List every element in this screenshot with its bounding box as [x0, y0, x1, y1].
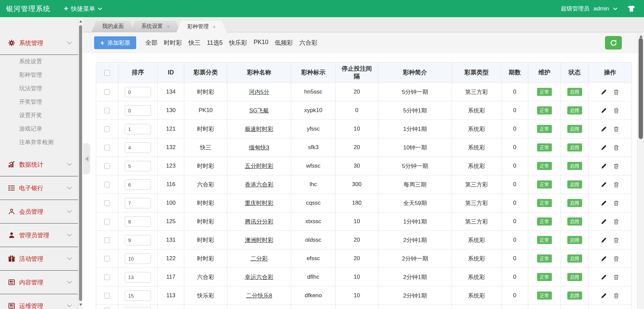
status-badge[interactable]: 启用	[567, 236, 582, 244]
delete-button[interactable]	[613, 163, 619, 169]
sidebar-collapse-handle[interactable]	[83, 143, 90, 174]
lottery-name-link[interactable]: 二分快乐8	[246, 293, 272, 299]
edit-button[interactable]	[601, 89, 607, 95]
maintain-badge[interactable]: 正常	[537, 254, 552, 263]
status-badge[interactable]: 启用	[567, 125, 582, 133]
sidebar-group-admin-manage[interactable]: 管理员管理	[0, 224, 78, 247]
maintain-badge[interactable]: 正常	[537, 88, 552, 96]
edit-button[interactable]	[601, 200, 607, 206]
tab-my-desktop[interactable]: 我的桌面	[91, 21, 135, 32]
sort-input[interactable]	[125, 105, 151, 116]
select-all-checkbox[interactable]	[104, 70, 110, 76]
status-badge[interactable]: 启用	[567, 88, 582, 96]
filter-k3[interactable]: 快三	[188, 39, 200, 47]
sidebar-item-lottery-type-manage[interactable]: 彩种管理	[0, 68, 78, 82]
row-checkbox[interactable]	[104, 219, 110, 225]
sort-input[interactable]	[125, 142, 151, 153]
scrollbar-thumb[interactable]	[79, 25, 82, 301]
sort-input[interactable]	[125, 179, 151, 190]
filter-lhc[interactable]: 六合彩	[299, 39, 317, 47]
scroll-down-arrow-icon[interactable]	[79, 304, 82, 306]
lottery-name-link[interactable]: 澳洲时时彩	[245, 237, 273, 243]
delete-button[interactable]	[613, 107, 619, 114]
status-badge[interactable]: 启用	[567, 217, 582, 226]
filter-ssc[interactable]: 时时彩	[164, 39, 182, 47]
lottery-name-link[interactable]: 幸运六合彩	[245, 274, 273, 280]
sort-input[interactable]	[125, 161, 151, 171]
delete-button[interactable]	[613, 144, 619, 151]
sidebar-item-play-manage[interactable]: 玩法管理	[0, 82, 78, 95]
tab-system-settings[interactable]: 系统设置×	[130, 21, 181, 32]
status-badge[interactable]: 启用	[567, 254, 582, 263]
row-checkbox[interactable]	[104, 163, 110, 169]
row-checkbox[interactable]	[104, 308, 110, 309]
scroll-up-arrow-icon[interactable]	[79, 20, 82, 23]
sidebar-group-content-manage[interactable]: 内容管理	[0, 271, 78, 294]
tab-lottery-manage[interactable]: 彩种管理×	[177, 21, 227, 32]
delete-button[interactable]	[613, 293, 619, 299]
sort-input[interactable]	[125, 272, 151, 282]
theme-tshirt-icon[interactable]	[628, 5, 635, 12]
tab-close-icon[interactable]: ×	[167, 24, 170, 29]
row-checkbox[interactable]	[104, 108, 110, 113]
tab-close-icon[interactable]: ×	[213, 24, 216, 29]
delete-button[interactable]	[613, 181, 619, 188]
status-badge[interactable]: 启用	[567, 180, 582, 188]
maintain-badge[interactable]: 正常	[537, 199, 552, 207]
scrollbar-thumb[interactable]	[639, 38, 643, 139]
sort-input[interactable]	[125, 235, 151, 245]
edit-button[interactable]	[601, 144, 607, 151]
row-checkbox[interactable]	[104, 274, 110, 280]
edit-button[interactable]	[601, 293, 607, 299]
edit-button[interactable]	[601, 107, 607, 114]
sort-input[interactable]	[125, 253, 151, 264]
user-menu[interactable]: 超级管理员 admin	[561, 5, 635, 12]
maintain-badge[interactable]: 正常	[537, 273, 552, 281]
lottery-name-link[interactable]: 河内5分	[249, 89, 269, 95]
sidebar-group-e-bank[interactable]: 电子银行	[0, 176, 78, 200]
status-badge[interactable]: 启用	[567, 291, 582, 300]
delete-button[interactable]	[613, 126, 619, 132]
row-checkbox[interactable]	[104, 145, 110, 150]
sidebar-item-set-draw[interactable]: 设置开奖	[0, 109, 78, 122]
scroll-up-arrow-icon[interactable]	[639, 35, 643, 38]
maintain-badge[interactable]: 正常	[537, 162, 552, 170]
sidebar-group-data-stats[interactable]: 数据统计	[0, 153, 78, 176]
sidebar-group-ops-manage[interactable]: 运维管理	[0, 294, 78, 309]
delete-button[interactable]	[613, 218, 619, 225]
lottery-name-link[interactable]: 极速时时彩	[245, 126, 273, 132]
status-badge[interactable]: 启用	[567, 273, 582, 281]
edit-button[interactable]	[601, 181, 607, 188]
maintain-badge[interactable]: 正常	[537, 125, 552, 133]
lottery-name-link[interactable]: 重庆时时彩	[245, 200, 273, 206]
edit-button[interactable]	[601, 237, 607, 243]
content-scrollbar[interactable]	[637, 32, 644, 309]
sort-input[interactable]	[125, 216, 151, 227]
edit-button[interactable]	[601, 163, 607, 169]
filter-11x5[interactable]: 11选5	[207, 39, 223, 47]
quick-menu-button[interactable]: + 快捷菜单	[64, 5, 102, 13]
delete-button[interactable]	[613, 89, 619, 95]
add-lottery-button[interactable]: + 添加彩票	[94, 36, 136, 49]
edit-button[interactable]	[601, 218, 607, 225]
status-badge[interactable]: 启用	[567, 199, 582, 207]
filter-dpc[interactable]: 低频彩	[275, 39, 293, 47]
refresh-button[interactable]	[605, 36, 622, 49]
maintain-badge[interactable]: 正常	[537, 291, 552, 300]
sidebar-scrollbar[interactable]	[78, 17, 83, 309]
maintain-badge[interactable]: 正常	[537, 106, 552, 114]
sidebar-item-game-records[interactable]: 游戏记录	[0, 122, 78, 136]
lottery-name-link[interactable]: 缅甸快3	[249, 144, 269, 151]
lottery-name-link[interactable]: 香港六合彩	[245, 181, 273, 188]
row-checkbox[interactable]	[104, 182, 110, 187]
row-checkbox[interactable]	[104, 89, 110, 95]
status-badge[interactable]: 启用	[567, 162, 582, 170]
sidebar-group-activity-manage[interactable]: 活动管理	[0, 247, 78, 271]
sort-input[interactable]	[125, 290, 151, 301]
sidebar-group-system[interactable]: 系统管理	[0, 31, 78, 55]
filter-pk10[interactable]: PK10	[254, 39, 268, 47]
row-checkbox[interactable]	[104, 200, 110, 206]
lottery-name-link[interactable]: 腾讯分分彩	[245, 218, 273, 225]
sort-input[interactable]	[125, 307, 151, 309]
sidebar-item-abnormal-bet-detect[interactable]: 注单异常检测	[0, 136, 78, 149]
